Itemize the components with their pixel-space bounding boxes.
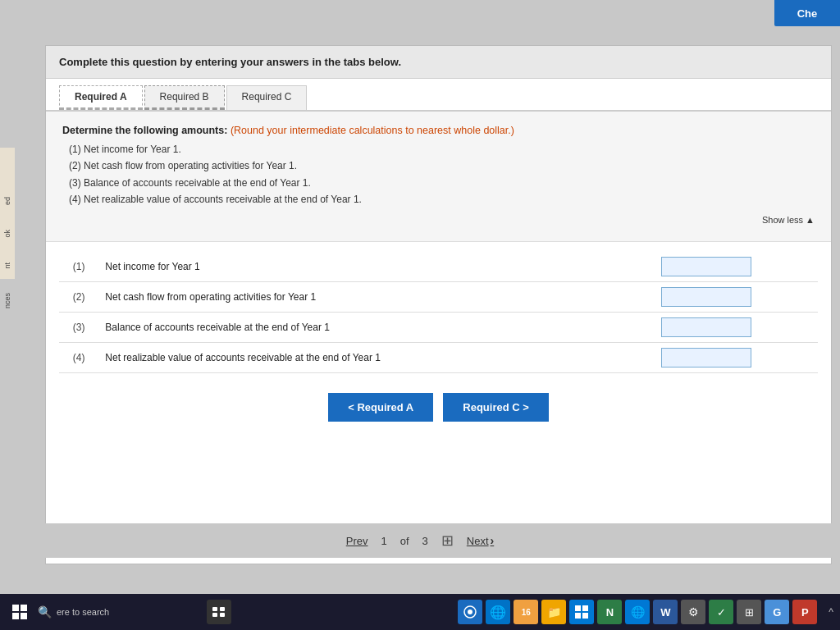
pagination-total: 3 [422, 535, 428, 547]
taskbar: 🔍 ere to search 🌐 16 📁 N � [0, 594, 840, 630]
row-num-3: (3) [59, 312, 98, 342]
pagination-prev[interactable]: Prev [346, 535, 368, 547]
row-label-3: Balance of accounts receivable at the en… [98, 312, 655, 342]
grid-icon[interactable]: ⊞ [441, 532, 454, 550]
instruction-prefix: Determine the following amounts: [62, 125, 227, 136]
row-input-cell-1 [655, 252, 818, 282]
pagination-next[interactable]: Next › [467, 534, 494, 547]
notification-area: ^ [829, 606, 833, 618]
instruction-text: Determine the following amounts: (Round … [62, 125, 815, 136]
settings-icon[interactable]: ⚙ [681, 600, 705, 624]
tab-required-c[interactable]: Required C [226, 85, 308, 110]
row-input-1[interactable] [661, 257, 751, 276]
left-label-3: nt [3, 262, 11, 269]
table-row: (4) Net realizable value of accounts rec… [59, 342, 818, 372]
question-header: Complete this question by entering your … [46, 46, 831, 79]
row-label-4: Net realizable value of accounts receiva… [98, 342, 655, 372]
pagination-current: 1 [381, 535, 387, 547]
next-chevron-icon: › [491, 534, 495, 547]
data-table: (1) Net income for Year 1 (2) Net cash f… [59, 252, 818, 373]
svg-rect-7 [220, 613, 225, 617]
tab-required-a[interactable]: Required A [59, 85, 143, 110]
row-input-cell-2 [655, 281, 818, 312]
check-app-icon[interactable]: ✓ [709, 600, 733, 624]
svg-rect-3 [21, 613, 27, 619]
left-label-4: nces [3, 293, 11, 308]
table-row: (1) Net income for Year 1 [59, 252, 818, 282]
apps-grid-icon[interactable]: ⊞ [737, 600, 761, 624]
table-row: (3) Balance of accounts receivable at th… [59, 312, 818, 342]
row-label-2: Net cash flow from operating activities … [98, 281, 655, 312]
word-icon[interactable]: W [653, 600, 678, 624]
row-input-cell-4 [655, 342, 818, 372]
row-label-1: Net income for Year 1 [98, 252, 655, 282]
chevron-up-icon[interactable]: ^ [829, 606, 833, 618]
tabs-row: Required A Required B Required C [46, 79, 831, 112]
main-container: Complete this question by entering your … [45, 45, 832, 564]
svg-rect-10 [575, 605, 581, 611]
row-input-2[interactable] [661, 287, 751, 307]
row-num-1: (1) [59, 252, 98, 282]
pagination-area: Prev 1 of 3 ⊞ Next › [0, 523, 840, 558]
instruction-highlight: (Round your intermediate calculations to… [231, 125, 514, 136]
instruction-item-1: (1) Net income for Year 1. [69, 141, 815, 158]
ie-icon[interactable]: 🌐 [486, 600, 510, 624]
svg-rect-5 [220, 607, 225, 611]
n-app-icon[interactable]: N [597, 600, 622, 624]
tab-required-b[interactable]: Required B [144, 85, 225, 110]
instruction-area: Determine the following amounts: (Round … [46, 112, 831, 242]
left-label-2: ok [3, 230, 11, 238]
left-sidebar: ed ok nt nces [0, 197, 15, 308]
svg-rect-4 [212, 607, 217, 611]
row-input-3[interactable] [661, 317, 751, 337]
instruction-item-4: (4) Net realizable value of accounts rec… [69, 191, 815, 208]
svg-rect-12 [575, 613, 581, 619]
taskbar-search[interactable]: 🔍 ere to search [38, 605, 202, 619]
svg-rect-1 [21, 605, 27, 611]
edge-icon[interactable]: 🌐 [625, 600, 650, 624]
row-num-2: (2) [59, 281, 98, 312]
powerpoint-icon[interactable]: P [792, 600, 817, 624]
show-less-button[interactable]: Show less ▲ [62, 212, 815, 228]
search-icon: 🔍 [38, 605, 52, 619]
instruction-list: (1) Net income for Year 1. (2) Net cash … [62, 141, 815, 208]
mail-badge-icon[interactable]: 16 [514, 600, 538, 624]
cortana-icon[interactable] [458, 600, 482, 624]
svg-rect-0 [12, 605, 19, 611]
instruction-item-3: (3) Balance of accounts receivable at th… [69, 175, 815, 191]
row-num-4: (4) [59, 342, 98, 372]
windows-store-icon[interactable] [569, 600, 594, 624]
nav-buttons-area: < Required A Required C > [46, 380, 831, 435]
svg-rect-11 [582, 605, 588, 611]
folder-icon[interactable]: 📁 [541, 600, 566, 624]
table-area: (1) Net income for Year 1 (2) Net cash f… [46, 242, 831, 380]
row-input-cell-3 [655, 312, 818, 342]
taskbar-apps: 🌐 16 📁 N 🌐 W ⚙ ✓ ⊞ G P [458, 600, 817, 624]
svg-rect-13 [582, 613, 588, 619]
taskbar-search-text: ere to search [57, 607, 109, 617]
svg-rect-2 [12, 613, 19, 619]
check-button[interactable]: Che [774, 0, 840, 26]
table-row: (2) Net cash flow from operating activit… [59, 281, 818, 312]
row-input-4[interactable] [661, 348, 751, 368]
left-label-1: ed [3, 197, 11, 205]
instruction-item-2: (2) Net cash flow from operating activit… [69, 158, 815, 174]
next-tab-button[interactable]: Required C > [443, 393, 549, 422]
svg-point-9 [468, 609, 472, 614]
pagination-separator: of [400, 535, 409, 547]
question-header-text: Complete this question by entering your … [59, 56, 401, 68]
prev-tab-label: < Required A [348, 401, 413, 413]
prev-tab-button[interactable]: < Required A [328, 393, 433, 422]
next-tab-label: Required C > [463, 401, 529, 413]
task-view-icon[interactable] [207, 600, 231, 624]
svg-rect-6 [212, 613, 217, 617]
windows-start-icon[interactable] [7, 599, 33, 625]
g-app-icon[interactable]: G [765, 600, 789, 624]
